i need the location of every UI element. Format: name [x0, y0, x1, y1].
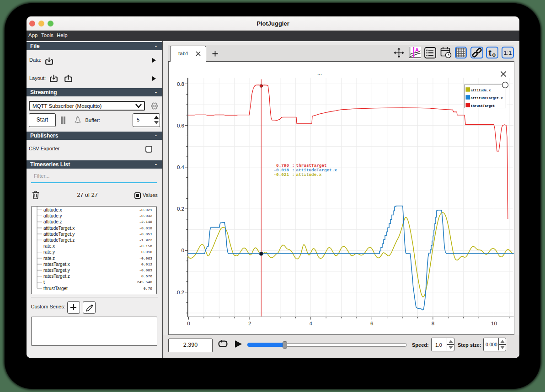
svg-text:2: 2	[248, 320, 251, 326]
svg-text:0.2: 0.2	[177, 206, 184, 212]
svg-text:10: 10	[491, 320, 497, 326]
svg-text:0.8: 0.8	[177, 81, 184, 86]
svg-text:-0.2: -0.2	[175, 289, 184, 295]
svg-text:A: A	[415, 47, 419, 53]
svg-text:attitudeTarget.x: attitudeTarget.x	[471, 96, 503, 100]
svg-text:-0.021: -0.021	[274, 172, 289, 177]
svg-text:0: 0	[182, 248, 184, 253]
svg-text:1:1: 1:1	[503, 49, 512, 56]
svg-text:attitude.x: attitude.x	[471, 88, 491, 92]
svg-text:...: ...	[317, 69, 322, 76]
svg-text:4: 4	[309, 320, 312, 326]
svg-text:0: 0	[187, 320, 190, 326]
svg-text:t: t	[489, 48, 492, 58]
svg-text:attitude.x: attitude.x	[296, 172, 322, 177]
svg-text:thrustTarget: thrustTarget	[471, 104, 495, 107]
svg-text:0.4: 0.4	[177, 164, 185, 170]
svg-text:6: 6	[370, 320, 373, 326]
svg-text:o: o	[492, 52, 496, 58]
svg-text:0.6: 0.6	[177, 122, 184, 128]
svg-text:8: 8	[432, 320, 434, 326]
svg-text::: :	[292, 172, 295, 177]
